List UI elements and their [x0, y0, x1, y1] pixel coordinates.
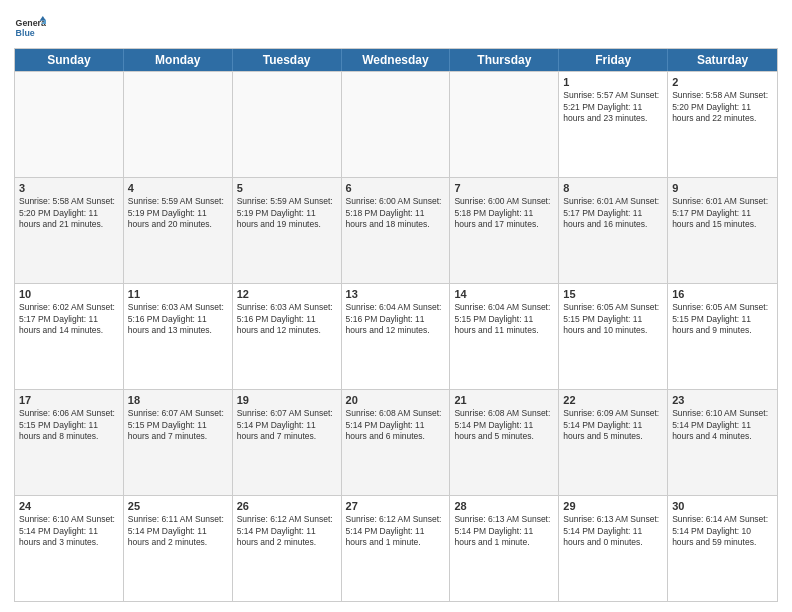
- day-info: Sunrise: 6:07 AM Sunset: 5:14 PM Dayligh…: [237, 408, 337, 442]
- day-info: Sunrise: 6:08 AM Sunset: 5:14 PM Dayligh…: [346, 408, 446, 442]
- day-cell-27: 27Sunrise: 6:12 AM Sunset: 5:14 PM Dayli…: [342, 496, 451, 601]
- day-info: Sunrise: 5:57 AM Sunset: 5:21 PM Dayligh…: [563, 90, 663, 124]
- day-info: Sunrise: 6:01 AM Sunset: 5:17 PM Dayligh…: [563, 196, 663, 230]
- day-number: 17: [19, 393, 119, 407]
- day-info: Sunrise: 6:12 AM Sunset: 5:14 PM Dayligh…: [237, 514, 337, 548]
- day-info: Sunrise: 6:07 AM Sunset: 5:15 PM Dayligh…: [128, 408, 228, 442]
- day-number: 30: [672, 499, 773, 513]
- day-number: 22: [563, 393, 663, 407]
- day-info: Sunrise: 6:00 AM Sunset: 5:18 PM Dayligh…: [454, 196, 554, 230]
- day-cell-8: 8Sunrise: 6:01 AM Sunset: 5:17 PM Daylig…: [559, 178, 668, 283]
- header: General Blue: [14, 10, 778, 42]
- day-number: 28: [454, 499, 554, 513]
- day-info: Sunrise: 6:09 AM Sunset: 5:14 PM Dayligh…: [563, 408, 663, 442]
- header-day-saturday: Saturday: [668, 49, 777, 71]
- day-cell-2: 2Sunrise: 5:58 AM Sunset: 5:20 PM Daylig…: [668, 72, 777, 177]
- day-number: 27: [346, 499, 446, 513]
- day-info: Sunrise: 5:59 AM Sunset: 5:19 PM Dayligh…: [237, 196, 337, 230]
- day-cell-18: 18Sunrise: 6:07 AM Sunset: 5:15 PM Dayli…: [124, 390, 233, 495]
- day-number: 5: [237, 181, 337, 195]
- day-cell-26: 26Sunrise: 6:12 AM Sunset: 5:14 PM Dayli…: [233, 496, 342, 601]
- day-number: 8: [563, 181, 663, 195]
- day-cell-25: 25Sunrise: 6:11 AM Sunset: 5:14 PM Dayli…: [124, 496, 233, 601]
- day-info: Sunrise: 6:01 AM Sunset: 5:17 PM Dayligh…: [672, 196, 773, 230]
- calendar-body: 1Sunrise: 5:57 AM Sunset: 5:21 PM Daylig…: [15, 71, 777, 601]
- day-number: 23: [672, 393, 773, 407]
- day-info: Sunrise: 6:05 AM Sunset: 5:15 PM Dayligh…: [563, 302, 663, 336]
- header-day-sunday: Sunday: [15, 49, 124, 71]
- header-day-friday: Friday: [559, 49, 668, 71]
- day-number: 2: [672, 75, 773, 89]
- day-cell-24: 24Sunrise: 6:10 AM Sunset: 5:14 PM Dayli…: [15, 496, 124, 601]
- day-info: Sunrise: 6:06 AM Sunset: 5:15 PM Dayligh…: [19, 408, 119, 442]
- day-cell-22: 22Sunrise: 6:09 AM Sunset: 5:14 PM Dayli…: [559, 390, 668, 495]
- day-number: 12: [237, 287, 337, 301]
- day-info: Sunrise: 6:14 AM Sunset: 5:14 PM Dayligh…: [672, 514, 773, 548]
- day-cell-20: 20Sunrise: 6:08 AM Sunset: 5:14 PM Dayli…: [342, 390, 451, 495]
- day-number: 18: [128, 393, 228, 407]
- day-number: 9: [672, 181, 773, 195]
- day-info: Sunrise: 6:13 AM Sunset: 5:14 PM Dayligh…: [563, 514, 663, 548]
- day-info: Sunrise: 6:12 AM Sunset: 5:14 PM Dayligh…: [346, 514, 446, 548]
- empty-cell-r0-c4: [450, 72, 559, 177]
- empty-cell-r0-c2: [233, 72, 342, 177]
- day-cell-1: 1Sunrise: 5:57 AM Sunset: 5:21 PM Daylig…: [559, 72, 668, 177]
- logo-icon: General Blue: [14, 14, 46, 42]
- day-info: Sunrise: 6:11 AM Sunset: 5:14 PM Dayligh…: [128, 514, 228, 548]
- day-info: Sunrise: 5:58 AM Sunset: 5:20 PM Dayligh…: [19, 196, 119, 230]
- calendar-row-2: 3Sunrise: 5:58 AM Sunset: 5:20 PM Daylig…: [15, 177, 777, 283]
- day-cell-12: 12Sunrise: 6:03 AM Sunset: 5:16 PM Dayli…: [233, 284, 342, 389]
- day-number: 11: [128, 287, 228, 301]
- day-cell-28: 28Sunrise: 6:13 AM Sunset: 5:14 PM Dayli…: [450, 496, 559, 601]
- day-info: Sunrise: 6:03 AM Sunset: 5:16 PM Dayligh…: [128, 302, 228, 336]
- page: General Blue SundayMondayTuesdayWednesda…: [0, 0, 792, 612]
- day-cell-7: 7Sunrise: 6:00 AM Sunset: 5:18 PM Daylig…: [450, 178, 559, 283]
- empty-cell-r0-c3: [342, 72, 451, 177]
- day-cell-6: 6Sunrise: 6:00 AM Sunset: 5:18 PM Daylig…: [342, 178, 451, 283]
- day-number: 26: [237, 499, 337, 513]
- day-info: Sunrise: 6:10 AM Sunset: 5:14 PM Dayligh…: [19, 514, 119, 548]
- day-cell-19: 19Sunrise: 6:07 AM Sunset: 5:14 PM Dayli…: [233, 390, 342, 495]
- day-info: Sunrise: 6:10 AM Sunset: 5:14 PM Dayligh…: [672, 408, 773, 442]
- day-number: 21: [454, 393, 554, 407]
- day-cell-17: 17Sunrise: 6:06 AM Sunset: 5:15 PM Dayli…: [15, 390, 124, 495]
- day-info: Sunrise: 6:08 AM Sunset: 5:14 PM Dayligh…: [454, 408, 554, 442]
- day-cell-5: 5Sunrise: 5:59 AM Sunset: 5:19 PM Daylig…: [233, 178, 342, 283]
- day-info: Sunrise: 6:02 AM Sunset: 5:17 PM Dayligh…: [19, 302, 119, 336]
- day-cell-9: 9Sunrise: 6:01 AM Sunset: 5:17 PM Daylig…: [668, 178, 777, 283]
- header-day-wednesday: Wednesday: [342, 49, 451, 71]
- day-number: 25: [128, 499, 228, 513]
- day-number: 15: [563, 287, 663, 301]
- day-info: Sunrise: 6:03 AM Sunset: 5:16 PM Dayligh…: [237, 302, 337, 336]
- header-day-thursday: Thursday: [450, 49, 559, 71]
- day-cell-13: 13Sunrise: 6:04 AM Sunset: 5:16 PM Dayli…: [342, 284, 451, 389]
- day-number: 3: [19, 181, 119, 195]
- day-cell-23: 23Sunrise: 6:10 AM Sunset: 5:14 PM Dayli…: [668, 390, 777, 495]
- day-cell-3: 3Sunrise: 5:58 AM Sunset: 5:20 PM Daylig…: [15, 178, 124, 283]
- empty-cell-r0-c1: [124, 72, 233, 177]
- calendar-row-4: 17Sunrise: 6:06 AM Sunset: 5:15 PM Dayli…: [15, 389, 777, 495]
- day-cell-30: 30Sunrise: 6:14 AM Sunset: 5:14 PM Dayli…: [668, 496, 777, 601]
- calendar-row-3: 10Sunrise: 6:02 AM Sunset: 5:17 PM Dayli…: [15, 283, 777, 389]
- day-cell-10: 10Sunrise: 6:02 AM Sunset: 5:17 PM Dayli…: [15, 284, 124, 389]
- day-number: 4: [128, 181, 228, 195]
- day-info: Sunrise: 6:04 AM Sunset: 5:15 PM Dayligh…: [454, 302, 554, 336]
- day-number: 19: [237, 393, 337, 407]
- day-info: Sunrise: 6:04 AM Sunset: 5:16 PM Dayligh…: [346, 302, 446, 336]
- day-number: 14: [454, 287, 554, 301]
- day-number: 13: [346, 287, 446, 301]
- day-number: 16: [672, 287, 773, 301]
- day-cell-16: 16Sunrise: 6:05 AM Sunset: 5:15 PM Dayli…: [668, 284, 777, 389]
- day-number: 6: [346, 181, 446, 195]
- day-cell-4: 4Sunrise: 5:59 AM Sunset: 5:19 PM Daylig…: [124, 178, 233, 283]
- logo: General Blue: [14, 14, 48, 42]
- day-info: Sunrise: 6:13 AM Sunset: 5:14 PM Dayligh…: [454, 514, 554, 548]
- day-number: 20: [346, 393, 446, 407]
- svg-text:Blue: Blue: [16, 28, 35, 38]
- day-cell-15: 15Sunrise: 6:05 AM Sunset: 5:15 PM Dayli…: [559, 284, 668, 389]
- calendar-header: SundayMondayTuesdayWednesdayThursdayFrid…: [15, 49, 777, 71]
- day-info: Sunrise: 6:00 AM Sunset: 5:18 PM Dayligh…: [346, 196, 446, 230]
- day-number: 1: [563, 75, 663, 89]
- empty-cell-r0-c0: [15, 72, 124, 177]
- day-cell-14: 14Sunrise: 6:04 AM Sunset: 5:15 PM Dayli…: [450, 284, 559, 389]
